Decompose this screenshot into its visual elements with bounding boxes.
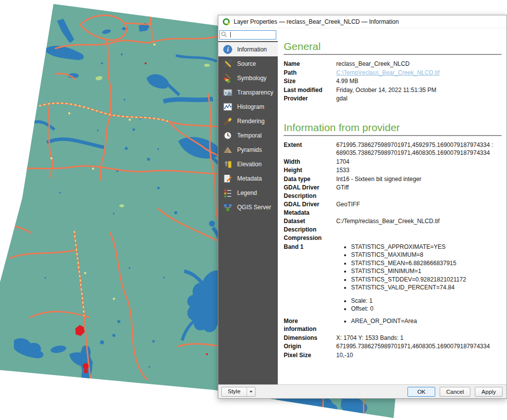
info-row-gdal-driver-description: GDAL Driver Description GTiff (284, 184, 502, 200)
info-row-more-information: More information AREA_OR_POINT=Area (284, 317, 502, 333)
chevron-down-icon (250, 391, 253, 393)
nav-item-metadata[interactable]: Metadata (218, 171, 278, 186)
histogram-icon (223, 102, 233, 112)
info-row-origin: Origin 671995.7386275989701971,4608305.1… (284, 342, 502, 351)
nav-item-symbology[interactable]: Symbology (218, 71, 278, 85)
info-row-compression: Compression (284, 234, 502, 242)
nav-label: Source (237, 60, 256, 67)
layer-properties-dialog: Layer Properties — reclass_Bear_Creek_NL… (218, 15, 507, 399)
nav-item-elevation[interactable]: Elevation (218, 157, 278, 171)
info-row-last-modified: Last modified Friday, October 14, 2022 1… (284, 86, 502, 94)
info-row-dimensions: Dimensions X: 1704 Y: 1533 Bands: 1 (284, 334, 502, 342)
ok-button[interactable]: OK (407, 387, 435, 397)
nav-label: Elevation (237, 161, 261, 168)
heading-rule (284, 135, 502, 136)
rendering-icon (223, 116, 233, 126)
information-panel: General Name reclass_Bear_Creek_NLCD Pat… (278, 28, 507, 384)
cancel-button[interactable]: Cancel (440, 387, 470, 397)
provider-info-section: Information from provider Extent 671995.… (284, 121, 502, 360)
more-information-list: AREA_OR_POINT=Area (336, 317, 502, 326)
dialog-title: Layer Properties — reclass_Bear_Creek_NL… (234, 18, 399, 25)
nav-label: Temporal (237, 132, 261, 139)
info-row-gdal-driver-metadata: GDAL Driver Metadata GeoTIFF (284, 200, 502, 217)
nav-label: Pyramids (237, 146, 262, 153)
nav-label: QGIS Server (237, 204, 271, 211)
info-row-path: Path C:\Temp\reclass_Bear_Creek_NLCD.tif (284, 69, 502, 77)
nav-label: Transparency (237, 89, 273, 96)
nav-label: Symbology (237, 75, 266, 82)
nav-label: Information (237, 46, 267, 53)
svg-text:i: i (227, 46, 229, 53)
style-dropdown-arrow[interactable] (247, 387, 255, 396)
temporal-icon (223, 131, 233, 140)
general-section: General Name reclass_Bear_Creek_NLCD Pat… (284, 40, 502, 103)
nav-label: Histogram (237, 103, 264, 110)
nav-label: Legend (237, 189, 257, 196)
info-row-data-type: Data type Int16 - Sixteen bit signed int… (284, 175, 502, 184)
info-row-name: Name reclass_Bear_Creek_NLCD (284, 60, 502, 68)
info-row-provider: Provider gdal (284, 94, 502, 103)
nav-item-transparency[interactable]: Transparency (218, 85, 278, 99)
nav-item-rendering[interactable]: Rendering (218, 114, 278, 128)
dialog-titlebar[interactable]: Layer Properties — reclass_Bear_Creek_NL… (218, 15, 507, 28)
transparency-icon (223, 88, 233, 97)
desktop: Layer Properties — reclass_Bear_Creek_NL… (0, 0, 507, 420)
style-button[interactable]: Style (221, 387, 255, 397)
info-row-width: Width 1704 (284, 158, 502, 166)
elevation-icon (223, 159, 233, 169)
info-row-size: Size 4.99 MB (284, 77, 502, 86)
section-heading-general: General (284, 40, 502, 52)
nav-item-information[interactable]: i Information (218, 42, 278, 56)
source-icon (223, 59, 233, 69)
search-icon (221, 31, 227, 38)
info-row-pixel-size: Pixel Size 10,-10 (284, 351, 502, 360)
band1-scale-offset-list: Scale: 1 Offset: 0 (336, 297, 502, 313)
qgis-logo-icon (222, 18, 230, 26)
path-link[interactable]: C:\Temp\reclass_Bear_Creek_NLCD.tif (336, 69, 440, 76)
heading-rule (284, 54, 502, 55)
nav-item-legend[interactable]: Legend (218, 186, 278, 200)
band1-statistics-list: STATISTICS_APPROXIMATE=YES STATISTICS_MA… (336, 243, 502, 292)
apply-button[interactable]: Apply (475, 387, 503, 397)
nav-item-temporal[interactable]: Temporal (218, 128, 278, 142)
nav-label: Rendering (237, 118, 264, 125)
dialog-left-panel: i Information Source (218, 28, 278, 384)
style-button-label: Style (222, 387, 247, 396)
information-icon: i (223, 45, 233, 54)
dialog-button-bar: Style OK Cancel Apply (218, 384, 507, 398)
nav-item-qgis-server[interactable]: QGIS Server (218, 200, 278, 214)
symbology-icon (223, 73, 233, 83)
properties-search-input[interactable] (219, 30, 276, 40)
legend-icon (223, 188, 233, 198)
nav-item-histogram[interactable]: Histogram (218, 99, 278, 114)
text-caret (230, 32, 231, 38)
properties-nav: i Information Source (218, 41, 278, 384)
info-row-band1: Band 1 STATISTICS_APPROXIMATE=YES STATIS… (284, 243, 502, 313)
nav-label: Metadata (237, 175, 262, 182)
nav-item-pyramids[interactable]: Pyramids (218, 142, 278, 157)
info-row-height: Height 1533 (284, 166, 502, 175)
section-heading-provider: Information from provider (284, 121, 502, 134)
nav-item-source[interactable]: Source (218, 56, 278, 71)
qgis-server-icon (223, 202, 233, 212)
metadata-icon (223, 174, 233, 184)
info-row-dataset-description: Dataset Description C:/Temp/reclass_Bear… (284, 217, 502, 233)
pyramids-icon (223, 145, 233, 155)
info-row-extent: Extent 671995.7386275989701971,4592975.1… (284, 141, 502, 157)
